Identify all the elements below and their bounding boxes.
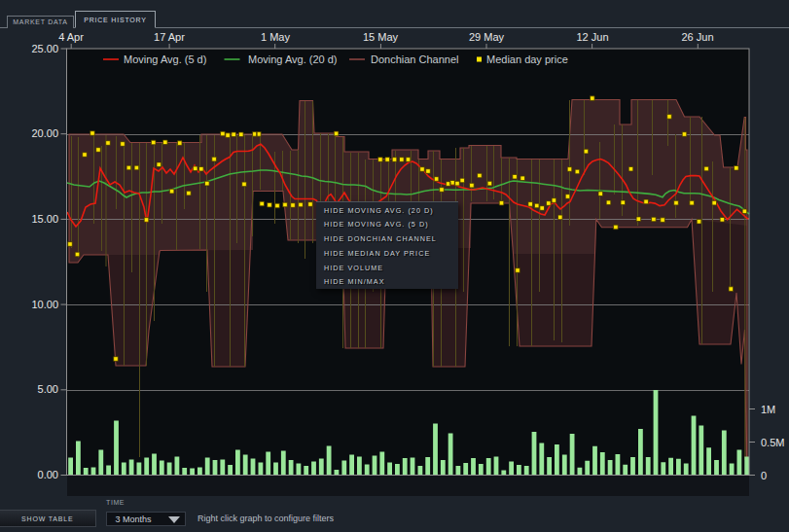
svg-text:5.00: 5.00 xyxy=(38,383,58,395)
svg-text:0.5M: 0.5M xyxy=(761,437,784,448)
svg-text:Median day price: Median day price xyxy=(486,53,568,65)
svg-text:20.00: 20.00 xyxy=(31,127,58,139)
svg-text:25.00: 25.00 xyxy=(31,43,58,54)
svg-text:12 Jun: 12 Jun xyxy=(576,31,608,43)
svg-text:Donchian Channel: Donchian Channel xyxy=(371,53,459,65)
svg-text:1M: 1M xyxy=(761,404,775,415)
svg-text:Moving Avg. (20 d): Moving Avg. (20 d) xyxy=(248,53,338,65)
svg-text:1 May: 1 May xyxy=(261,31,290,43)
svg-text:29 May: 29 May xyxy=(469,31,505,43)
svg-text:Moving Avg. (5 d): Moving Avg. (5 d) xyxy=(124,53,206,65)
svg-text:4 Apr: 4 Apr xyxy=(58,31,84,43)
svg-text:15.00: 15.00 xyxy=(31,213,58,225)
svg-text:0.00: 0.00 xyxy=(38,469,58,480)
svg-text:0: 0 xyxy=(761,470,767,481)
svg-text:17 Apr: 17 Apr xyxy=(154,31,185,43)
svg-text:15 May: 15 May xyxy=(363,31,399,43)
svg-text:26 Jun: 26 Jun xyxy=(681,31,713,43)
svg-text:10.00: 10.00 xyxy=(31,299,58,310)
